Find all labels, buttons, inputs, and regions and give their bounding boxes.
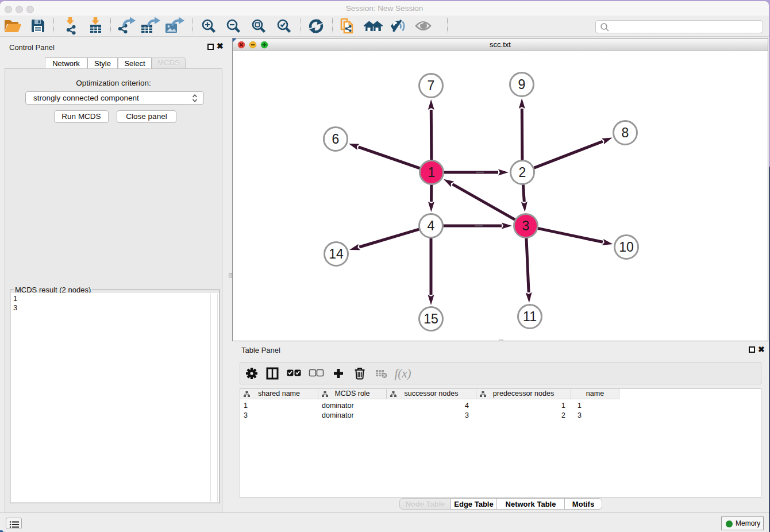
svg-text:11: 11 [523,309,537,324]
svg-text:10: 10 [619,240,634,255]
svg-text:8: 8 [622,125,629,140]
svg-text:7: 7 [428,78,435,93]
svg-text:9: 9 [518,77,526,92]
svg-text:4: 4 [428,218,435,233]
svg-text:1: 1 [428,165,436,180]
svg-text:2: 2 [519,165,526,180]
svg-text:f(x): f(x) [394,367,411,380]
svg-text:6: 6 [332,132,340,147]
svg-text:3: 3 [522,218,530,233]
svg-text:15: 15 [424,311,438,326]
svg-text:14: 14 [329,246,344,261]
